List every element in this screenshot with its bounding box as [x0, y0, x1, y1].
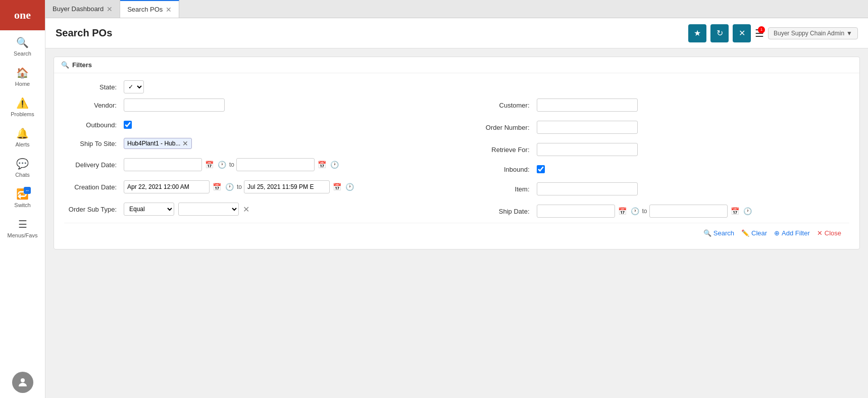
sidebar-item-search[interactable]: 🔍 Search — [0, 30, 45, 61]
ship-date-label: Ship Date: — [477, 208, 533, 215]
creation-date-to-clock-icon[interactable]: 🕐 — [344, 183, 355, 191]
inbound-filter-row: Inbound: — [477, 165, 850, 173]
sidebar-item-home[interactable]: 🏠 Home — [0, 61, 45, 91]
filter-actions: 🔍 Search ✏️ Clear ⊕ Add Filter ✕ Close — [64, 223, 849, 242]
vendor-filter-row: Vendor: — [64, 98, 457, 112]
refresh-button[interactable]: ↻ — [710, 24, 729, 42]
creation-date-from-input[interactable] — [124, 180, 210, 193]
item-filter-row: Item: — [477, 182, 850, 195]
customer-label: Customer: — [477, 102, 533, 109]
search-action-link[interactable]: 🔍 Search — [703, 229, 734, 237]
inbound-label: Inbound: — [477, 166, 533, 173]
filters-title: Filters — [72, 61, 92, 69]
outbound-filter-row: Outbound: — [64, 121, 457, 129]
order-number-input[interactable] — [537, 121, 638, 134]
sidebar-label-chats: Chats — [15, 172, 30, 178]
app-logo: one — [0, 0, 45, 30]
ship-to-site-tag-text: Hub4Plant1 - Hub... — [127, 140, 180, 147]
state-dropdown[interactable]: ✓ — [124, 80, 144, 93]
sidebar-bottom — [0, 372, 45, 398]
delivery-date-from-group: 📅 🕐 to 📅 🕐 — [124, 158, 340, 171]
ship-to-site-tag-remove[interactable]: ✕ — [182, 139, 188, 147]
favorite-button[interactable]: ★ — [688, 24, 706, 42]
sidebar-label-switch: Switch — [14, 202, 30, 208]
state-label: State: — [64, 83, 120, 91]
retrieve-for-filter-row: Retrieve For: — [477, 143, 850, 156]
main-area: Buyer Dashboard ✕ Search POs ✕ Search PO… — [45, 0, 868, 398]
tab-label-buyer-dashboard: Buyer Dashboard — [53, 5, 104, 13]
order-sub-type-remove-button[interactable]: ✕ — [243, 205, 249, 214]
tab-label-search-pos: Search POs — [127, 6, 163, 13]
ship-date-to-calendar-icon[interactable]: 📅 — [730, 207, 740, 215]
tab-close-buyer-dashboard[interactable]: ✕ — [107, 6, 113, 13]
item-label: Item: — [477, 185, 533, 193]
clear-action-link[interactable]: ✏️ Clear — [741, 229, 767, 237]
ship-date-to-input[interactable] — [649, 205, 728, 218]
menu-button[interactable]: ☰ 1 — [755, 27, 764, 39]
tab-close-search-pos[interactable]: ✕ — [166, 6, 172, 13]
state-filter-row: State: ✓ — [64, 80, 849, 93]
add-filter-icon: ⊕ — [774, 229, 780, 237]
order-sub-type-value-select[interactable] — [178, 203, 239, 216]
tab-buyer-dashboard[interactable]: Buyer Dashboard ✕ — [45, 0, 120, 18]
creation-date-from-calendar-icon[interactable]: 📅 — [212, 183, 222, 191]
item-input[interactable] — [537, 182, 638, 195]
ship-date-to-clock-icon[interactable]: 🕐 — [742, 207, 753, 215]
creation-date-to-calendar-icon[interactable]: 📅 — [332, 183, 342, 191]
menus-icon: ☰ — [18, 218, 27, 230]
dropdown-chevron-icon: ▼ — [846, 30, 852, 37]
ship-date-from-clock-icon[interactable]: 🕐 — [630, 207, 640, 215]
retrieve-for-input[interactable] — [537, 143, 638, 156]
close-page-button[interactable]: ✕ — [733, 24, 751, 42]
close-action-link[interactable]: ✕ Close — [817, 229, 841, 237]
sidebar-item-chats[interactable]: 💬 Chats — [0, 152, 45, 182]
sidebar-item-alerts[interactable]: 🔔 Alerts — [0, 121, 45, 152]
sidebar-item-switch[interactable]: 🔁 ↔ Switch — [0, 182, 45, 212]
filters-body: State: ✓ Vendor: Ou — [54, 73, 859, 249]
filters-header: 🔍 Filters — [54, 57, 859, 73]
ship-to-site-label: Ship To Site: — [64, 140, 120, 147]
sidebar-item-menus[interactable]: ☰ Menus/Favs — [0, 212, 45, 242]
chats-icon: 💬 — [16, 158, 29, 170]
delivery-date-to-input[interactable] — [236, 158, 315, 171]
delivery-date-from-input[interactable] — [124, 158, 202, 171]
ship-date-from-calendar-icon[interactable]: 📅 — [617, 207, 628, 215]
outbound-checkbox[interactable] — [124, 121, 132, 129]
sidebar-item-problems[interactable]: ⚠️ Problems — [0, 91, 45, 121]
tab-search-pos[interactable]: Search POs ✕ — [120, 0, 179, 18]
inbound-checkbox[interactable] — [537, 165, 545, 173]
two-col-layout: Vendor: Outbound: Ship To Site: H — [64, 98, 849, 223]
delivery-date-from-clock-icon[interactable]: 🕐 — [217, 161, 227, 169]
right-column: Customer: Order Number: Retrieve For: — [457, 98, 850, 223]
delivery-date-label: Delivery Date: — [64, 161, 120, 169]
sidebar-label-search: Search — [14, 51, 31, 57]
customer-input[interactable] — [537, 98, 638, 112]
page-title: Search POs — [56, 27, 112, 39]
order-sub-type-label: Order Sub Type: — [64, 206, 120, 213]
close-action-icon: ✕ — [817, 229, 823, 237]
user-dropdown[interactable]: Buyer Suppy Chain Admin ▼ — [768, 27, 858, 39]
sidebar-label-problems: Problems — [11, 111, 34, 117]
add-filter-action-link[interactable]: ⊕ Add Filter — [774, 229, 810, 237]
delivery-date-from-calendar-icon[interactable]: 📅 — [204, 161, 215, 169]
problems-icon: ⚠️ — [16, 97, 29, 109]
search-action-label: Search — [713, 229, 734, 237]
delivery-date-to-calendar-icon[interactable]: 📅 — [317, 161, 327, 169]
ship-date-from-input[interactable] — [537, 205, 615, 218]
home-icon: 🏠 — [16, 67, 29, 79]
clear-action-label: Clear — [751, 229, 767, 237]
user-avatar[interactable] — [12, 372, 33, 393]
svg-point-0 — [21, 378, 25, 382]
order-number-filter-row: Order Number: — [477, 121, 850, 134]
vendor-input[interactable] — [124, 98, 225, 112]
notification-dot: 1 — [758, 26, 765, 33]
add-filter-label: Add Filter — [782, 229, 810, 237]
delivery-date-to-clock-icon[interactable]: 🕐 — [329, 161, 340, 169]
sidebar: one 🔍 Search 🏠 Home ⚠️ Problems 🔔 Alerts… — [0, 0, 45, 398]
sidebar-label-home: Home — [15, 81, 30, 87]
filters-panel: 🔍 Filters State: ✓ Vendor: — [54, 57, 860, 250]
creation-date-from-clock-icon[interactable]: 🕐 — [224, 183, 235, 191]
search-action-icon: 🔍 — [703, 229, 711, 237]
order-sub-type-operator-select[interactable]: Equal Not Equal — [124, 203, 174, 216]
creation-date-to-input[interactable] — [244, 180, 330, 193]
